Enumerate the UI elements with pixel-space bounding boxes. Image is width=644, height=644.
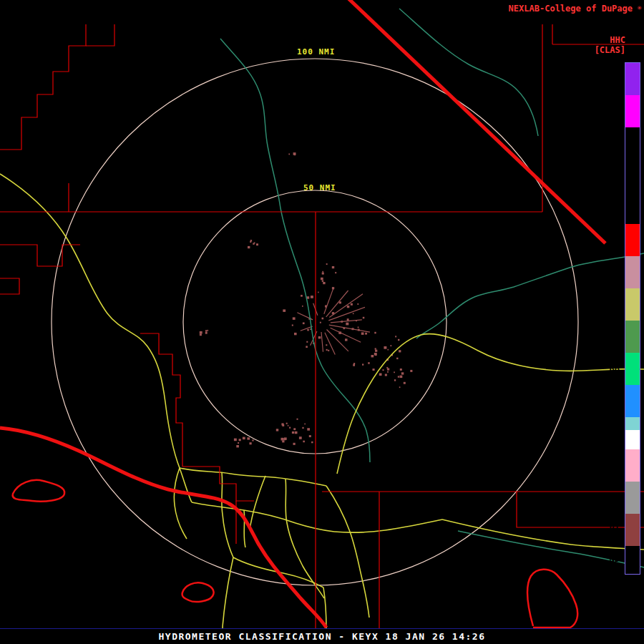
radar-echo [394, 371, 395, 373]
legend-label-RF: RF [610, 73, 620, 83]
legend-seg-gap [625, 127, 640, 224]
red-outline [13, 480, 65, 502]
road [0, 174, 180, 468]
radar-echo [307, 428, 310, 431]
radar-echo [250, 442, 252, 444]
interstate [348, 0, 605, 243]
ring-100nmi [52, 59, 578, 585]
radar-echo [328, 350, 329, 351]
radar-echo [401, 372, 404, 374]
radar-echo [375, 348, 376, 349]
red-outline [182, 582, 214, 602]
radar-echo [247, 437, 250, 439]
legend-label-RA: RA [610, 363, 620, 373]
radar-echo [236, 445, 239, 447]
legend-seg-GR [625, 256, 640, 288]
legend-seg-RF [625, 63, 640, 95]
radar-map [0, 0, 644, 644]
legend-seg-ND [625, 546, 640, 574]
radar-echo [375, 350, 377, 352]
radar-echo [335, 272, 336, 273]
legend-color-bar [625, 62, 640, 575]
radar-echo [293, 152, 296, 155]
radar-echo [295, 431, 298, 434]
radar-echo [351, 303, 353, 306]
radar-echo [368, 362, 370, 364]
road [180, 468, 326, 486]
radar-echo [200, 333, 202, 336]
legend-seg-WS [625, 385, 640, 417]
county-line [86, 24, 114, 46]
radar-echo [253, 243, 254, 245]
legend-seg-IC [625, 449, 640, 482]
radar-echo [345, 338, 348, 341]
radar-echo [205, 330, 208, 332]
radar-echo [346, 323, 348, 326]
radar-echo [302, 427, 303, 429]
radar-echo [306, 341, 308, 343]
legend-label-GC: GC [610, 492, 620, 502]
road [334, 519, 442, 532]
legend-seg-BI [625, 514, 640, 546]
legend-seg-HA [625, 224, 640, 256]
radar-echo [293, 443, 296, 445]
radar-echo [347, 318, 349, 321]
radar-echo [299, 436, 302, 439]
caption-bar: HYDROMETEOR CLASSIFICATION - KEYX 18 JAN… [0, 628, 644, 644]
radar-echo [387, 369, 389, 371]
radar-echo [303, 323, 305, 325]
radar-echo [326, 344, 327, 346]
brand-title: NEXLAB-College of DuPage [509, 4, 633, 14]
radar-echo [282, 440, 284, 442]
radar-echo-spoke [321, 332, 323, 352]
radar-echo [357, 303, 358, 305]
county-line [552, 24, 644, 44]
cod-logo-icon: ✳ [637, 3, 642, 12]
radar-echo [398, 339, 399, 341]
radar-echo [326, 349, 328, 351]
radar-echo [379, 374, 382, 376]
legend-label-BD: BD [610, 298, 620, 308]
radar-echo [391, 345, 392, 346]
radar-echo [288, 425, 289, 426]
radar-echo [238, 442, 239, 444]
radar-echo [311, 441, 313, 443]
radar-echo [347, 306, 350, 308]
radar-echo [205, 332, 208, 334]
radar-echo-spoke [331, 320, 362, 323]
radar-echo [404, 382, 406, 384]
road [174, 468, 187, 539]
radar-echo [385, 374, 387, 376]
county-line [0, 245, 80, 266]
road [222, 473, 233, 557]
radar-echo [365, 333, 367, 335]
radar-echo [363, 317, 365, 319]
radar-echo [320, 322, 321, 323]
radar-echo [302, 306, 303, 307]
radar-echo [323, 282, 325, 284]
radar-echo [243, 437, 245, 440]
legend-seg-DS [625, 417, 640, 449]
radar-echo [256, 243, 258, 245]
county-line [0, 278, 19, 294]
radar-echo [283, 438, 286, 440]
radar-echo [318, 292, 319, 293]
legend-label-HA: HA [610, 234, 620, 244]
product-mode: [CLAS] [595, 45, 625, 55]
legend-seg-GC [625, 482, 640, 514]
road [180, 468, 192, 502]
radar-echo [289, 427, 291, 429]
county-lines [0, 24, 644, 628]
radar-echo [374, 332, 376, 334]
radar-echo [282, 424, 284, 426]
radar-echo [410, 370, 412, 372]
radar-echo [399, 350, 401, 352]
product-caption: HYDROMETEOR CLASSIFICATION - KEYX 18 JAN… [158, 631, 485, 642]
radar-echo [373, 369, 375, 371]
thick-highways [0, 0, 605, 628]
roads [0, 174, 644, 628]
product-code: HHC [610, 35, 625, 45]
radar-echo [234, 439, 237, 441]
radar-echo [374, 353, 377, 356]
radar-echo [353, 363, 355, 364]
